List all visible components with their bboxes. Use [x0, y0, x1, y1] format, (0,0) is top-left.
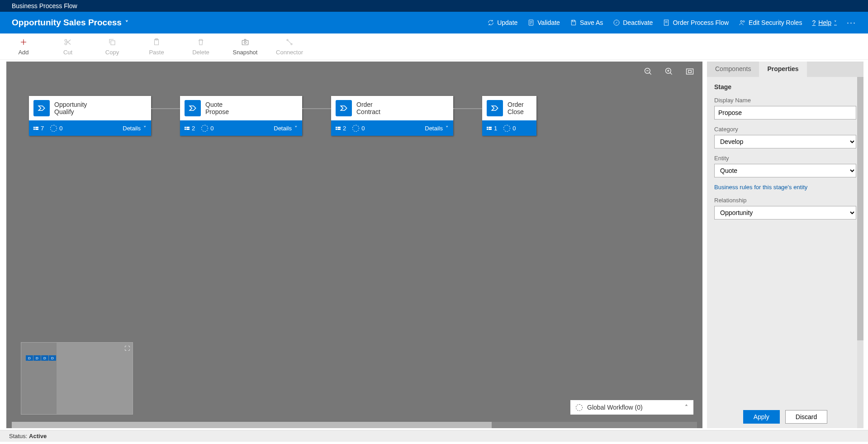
deactivate-icon [613, 19, 620, 26]
vertical-scrollbar[interactable] [857, 77, 863, 428]
zoom-in-icon[interactable] [664, 67, 674, 76]
paste-button[interactable]: Paste [145, 38, 168, 56]
category-label: Category [714, 126, 856, 133]
entity-label: Entity [714, 155, 856, 162]
scissors-icon [64, 38, 72, 46]
chevron-down-icon: ˅ [294, 125, 298, 132]
apply-button[interactable]: Apply [743, 410, 780, 424]
connector-icon [285, 38, 294, 46]
chevron-down-icon: ˅ [125, 19, 128, 26]
details-button[interactable]: Details˅ [425, 125, 449, 132]
minimap-node: D [49, 355, 56, 361]
connector-line [151, 108, 180, 109]
copy-button[interactable]: Copy [100, 38, 124, 56]
stage-propose[interactable]: Quote Propose 2 0 Details˅ [180, 96, 302, 136]
svg-point-4 [740, 20, 742, 22]
svg-rect-1 [572, 20, 574, 22]
relationship-select[interactable]: Opportunity [714, 206, 856, 220]
zoom-out-icon[interactable] [644, 67, 653, 76]
more-commands-button[interactable]: ··· [847, 18, 856, 28]
stage-name: Qualify [54, 108, 87, 115]
chevron-down-icon: ˅ [143, 125, 147, 132]
steps-icon [336, 127, 341, 130]
steps-count: 2 [192, 125, 195, 132]
chevron-up-icon: ˄ [685, 404, 688, 411]
help-button[interactable]: ? Help ˅ [812, 19, 837, 26]
stage-contract[interactable]: Order Contract 2 0 Details˅ [331, 96, 453, 136]
svg-rect-17 [687, 69, 693, 74]
edit-security-roles-button[interactable]: Edit Security Roles [739, 19, 802, 26]
delete-button[interactable]: Delete [189, 38, 213, 56]
process-title[interactable]: Opportunity Sales Process ˅ [12, 18, 128, 28]
camera-icon [241, 38, 249, 46]
stage-entity: Opportunity [54, 101, 87, 108]
minimap-expand-icon[interactable]: ⛶ [124, 345, 130, 352]
steps-count: 2 [343, 125, 346, 132]
snapshot-button[interactable]: Snapshot [233, 38, 257, 56]
business-rules-link[interactable]: Business rules for this stage's entity [714, 184, 856, 191]
steps-count: 1 [494, 125, 497, 132]
fit-to-screen-icon[interactable] [685, 67, 694, 76]
stage-name: Propose [205, 108, 229, 115]
deactivate-button[interactable]: Deactivate [613, 19, 653, 26]
add-button[interactable]: Add [12, 38, 35, 56]
workflow-count: 0 [210, 125, 213, 132]
workflow-icon [352, 125, 359, 132]
tab-components[interactable]: Components [707, 62, 759, 77]
minimap-node: D [41, 355, 48, 361]
svg-rect-8 [111, 41, 115, 45]
steps-icon [185, 127, 190, 130]
stage-close[interactable]: Order Close 1 0 [482, 96, 536, 136]
category-select[interactable]: Develop [714, 135, 856, 148]
stage-name: Close [508, 108, 524, 115]
copy-icon [108, 38, 116, 46]
details-button[interactable]: Details˅ [274, 125, 298, 132]
workflow-count: 0 [512, 125, 516, 132]
workflow-icon [201, 125, 208, 132]
minimap-viewport[interactable] [21, 343, 57, 414]
global-workflow-bar[interactable]: Global Workflow (0) ˄ [570, 400, 693, 415]
workflow-count: 0 [59, 125, 62, 132]
refresh-icon [487, 19, 494, 26]
process-title-text: Opportunity Sales Process [12, 18, 122, 28]
display-name-label: Display Name [714, 97, 856, 104]
stage-qualify[interactable]: Opportunity Qualify 7 0 Details˅ [29, 96, 151, 136]
title-bar: Business Process Flow [0, 0, 868, 12]
order-process-flow-button[interactable]: Order Process Flow [663, 19, 729, 26]
connector-line [453, 108, 482, 109]
people-icon [739, 19, 746, 26]
validate-button[interactable]: Validate [527, 19, 560, 26]
entity-select[interactable]: Quote [714, 164, 856, 177]
workflow-icon [503, 125, 510, 132]
tab-properties[interactable]: Properties [759, 62, 806, 77]
chevron-down-icon: ˅ [834, 20, 837, 26]
stage-icon [336, 100, 352, 116]
panel-section-title: Stage [714, 83, 856, 91]
connector-button[interactable]: Connector [278, 38, 301, 56]
flow: Opportunity Qualify 7 0 Details˅ [29, 96, 536, 136]
horizontal-scrollbar[interactable] [12, 422, 697, 428]
update-button[interactable]: Update [487, 19, 517, 26]
relationship-label: Relationship [714, 197, 856, 204]
save-as-button[interactable]: Save As [570, 19, 603, 26]
canvas[interactable]: Opportunity Qualify 7 0 Details˅ [6, 62, 702, 428]
workflow-icon [50, 125, 57, 132]
cut-button[interactable]: Cut [56, 38, 80, 56]
minimap[interactable]: ⛶ D D D D [21, 342, 133, 415]
minimap-node: D [33, 355, 41, 361]
stage-icon [185, 100, 201, 116]
properties-panel: Components Properties Stage Display Name… [707, 62, 863, 428]
display-name-input[interactable] [714, 106, 856, 119]
stage-entity: Order [508, 101, 524, 108]
status-value: Active [29, 433, 47, 439]
global-workflow-label: Global Workflow (0) [587, 404, 643, 411]
stage-entity: Quote [205, 101, 229, 108]
workflow-count: 0 [361, 125, 365, 132]
save-icon [570, 19, 577, 26]
discard-button[interactable]: Discard [785, 410, 827, 424]
status-bar: Status: Active [0, 430, 868, 442]
workflow-icon [576, 404, 583, 411]
plus-icon [19, 38, 28, 46]
connector-line [302, 108, 331, 109]
details-button[interactable]: Details˅ [123, 125, 147, 132]
